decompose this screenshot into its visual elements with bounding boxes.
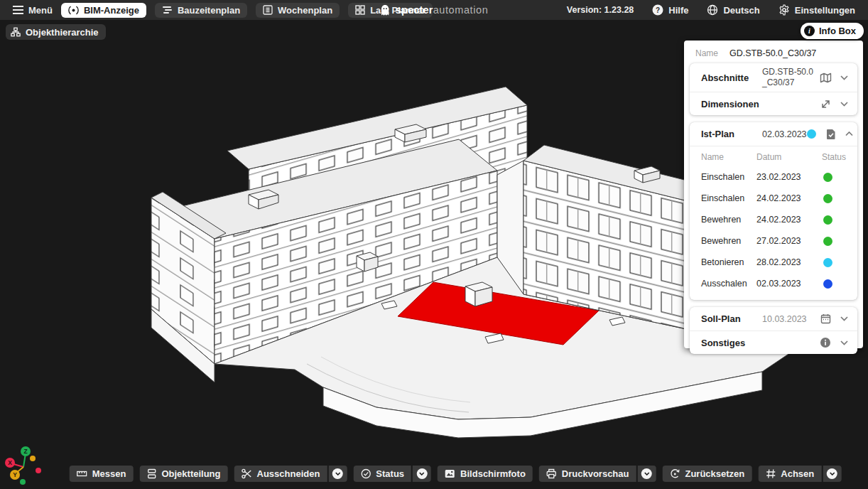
chevron-up-icon[interactable] [845,131,855,136]
status-dot [823,237,832,246]
hierarchy-icon [11,27,21,37]
info-box-label: Info Box [819,26,856,36]
axis-neg-z-dot[interactable] [20,479,26,485]
scissors-icon [242,468,252,479]
col-status: Status [822,152,846,162]
status-button[interactable]: Status [353,466,411,482]
tab-wochenplan[interactable]: Wochenplan [256,3,340,18]
viewport-toolbar: Messen Objektteilung Ausschneiden [70,466,842,482]
axis-z-handle[interactable]: Z [21,446,31,456]
general-card: Abschnitte GD.STB-50.0_C30/37 Dimensione… [690,63,857,115]
tab-bauzeitenplan[interactable]: Bauzeitenplan [155,3,247,18]
info-filled-icon [818,337,833,348]
app-header: Menü BIM-Anzeige Bauzeitenplan W [0,0,868,20]
col-name: Name [701,152,756,162]
objektteilung-button[interactable]: Objektteilung [139,466,227,482]
ist-plan-row[interactable]: Ausschalen 02.03.2023 [690,273,857,294]
ist-plan-row[interactable]: Bewehren 27.02.2023 [690,230,857,252]
bim-viewport[interactable]: Objekthierarchie i Info Box Name GD.STB-… [0,20,868,489]
ist-plan-card: Ist-Plan 02.03.2023 Name Datum Stat [690,122,857,300]
dimensionen-row[interactable]: Dimensionen [690,92,857,115]
achsen-dropdown[interactable] [823,466,841,482]
name-label: Name [695,48,729,58]
ist-plan-row[interactable]: Einschalen 23.02.2023 [690,166,857,188]
sonstiges-label: Sonstiges [701,338,762,348]
status-dropdown[interactable] [413,466,431,482]
brand-logo: specterautomation [380,0,489,20]
status-dot [823,194,832,203]
ist-plan-row[interactable]: Einschalen 24.02.2023 [690,188,857,209]
abschnitte-value: GD.STB-50.0_C30/37 [762,67,818,88]
check-circle-icon [360,468,371,479]
status-dot [823,215,832,225]
info-box-button[interactable]: i Info Box [801,23,864,39]
task-document-icon [823,129,839,140]
object-hierarchy-button[interactable]: Objekthierarchie [6,24,106,40]
gantt-icon [162,6,173,14]
object-hierarchy-label: Objekthierarchie [26,27,99,38]
ist-plan-table: Name Datum Status Einschalen 23.02.2023 … [690,146,857,300]
task-name: Ausschalen [701,279,756,289]
ist-plan-row[interactable]: Bewehren 24.02.2023 [690,209,857,230]
status-dot [823,279,832,289]
ausschneiden-button[interactable]: Ausschneiden [234,466,327,482]
grid-icon [355,5,365,15]
ist-plan-header[interactable]: Ist-Plan 02.03.2023 [690,122,857,146]
chevron-down-icon[interactable] [839,75,849,80]
axis-gizmo[interactable]: Z X Y [2,444,53,488]
bim-view-icon [68,5,79,16]
ist-plan-row[interactable]: Betonieren 28.02.2023 [690,252,857,273]
chevron-down-icon[interactable] [839,102,849,107]
chevron-down-icon[interactable] [839,316,849,321]
axis-y-handle[interactable]: Y [10,470,20,480]
deck-box [465,282,492,306]
menu-button[interactable]: Menü [13,5,53,16]
gear-icon [779,4,790,16]
language-button[interactable]: Deutsch [707,4,759,16]
globe-icon [707,4,718,16]
svg-text:X: X [8,459,12,466]
task-name: Einschalen [701,193,756,203]
settings-button[interactable]: Einstellungen [779,4,855,16]
druckvorschau-button[interactable]: Druckvorschau [539,466,636,482]
info-icon: i [804,26,815,36]
ist-plan-rows: Einschalen 23.02.2023 Einschalen 24.02.2… [690,166,857,294]
soll-plan-label: Soll-Plan [701,313,762,324]
tab-bim-anzeige[interactable]: BIM-Anzeige [61,3,146,18]
screenshot-icon [445,468,455,479]
bildschirmfoto-button[interactable]: Bildschirmfoto [438,466,533,482]
ruler-icon [77,468,87,479]
element-name-value: GD.STB-50.0_C30/37 [729,48,816,58]
druckvorschau-dropdown[interactable] [637,466,656,482]
ist-plan-date: 02.03.2023 [762,129,807,139]
zuruecksetzen-button[interactable]: Zurücksetzen [662,466,752,482]
task-date: 28.02.2023 [756,257,822,267]
element-name-row: Name GD.STB-50.0_C30/37 [684,42,863,63]
soll-plan-date: 10.03.2023 [762,314,818,324]
printer-icon [546,468,557,479]
soll-plan-row[interactable]: Soll-Plan 10.03.2023 [690,307,857,331]
sonstiges-row[interactable]: Sonstiges [690,331,857,354]
reset-view-icon [669,468,680,479]
achsen-button[interactable]: Achsen [758,466,821,482]
week-list-icon [263,5,273,15]
abschnitte-row[interactable]: Abschnitte GD.STB-50.0_C30/37 [690,63,857,92]
plan-card: Soll-Plan 10.03.2023 Sonstiges [690,307,857,354]
info-panel: Name GD.STB-50.0_C30/37 Abschnitte GD.ST… [684,41,863,348]
axis-x-handle[interactable]: X [5,458,15,468]
axis-neg-x-dot[interactable] [36,468,41,473]
status-dot [823,173,832,182]
axis-neg-y-dot[interactable] [30,456,36,461]
expand-icon [818,99,833,109]
task-name: Einschalen [701,172,756,182]
task-name: Bewehren [701,215,756,225]
help-button[interactable]: ? Hilfe [652,4,688,16]
messen-button[interactable]: Messen [70,466,134,482]
ausschneiden-dropdown[interactable] [328,466,347,482]
svg-text:?: ? [656,6,660,14]
task-date: 24.02.2023 [756,193,822,203]
map-icon [818,72,833,83]
task-name: Betonieren [701,257,756,267]
help-icon: ? [652,4,663,16]
chevron-down-icon[interactable] [839,340,849,345]
